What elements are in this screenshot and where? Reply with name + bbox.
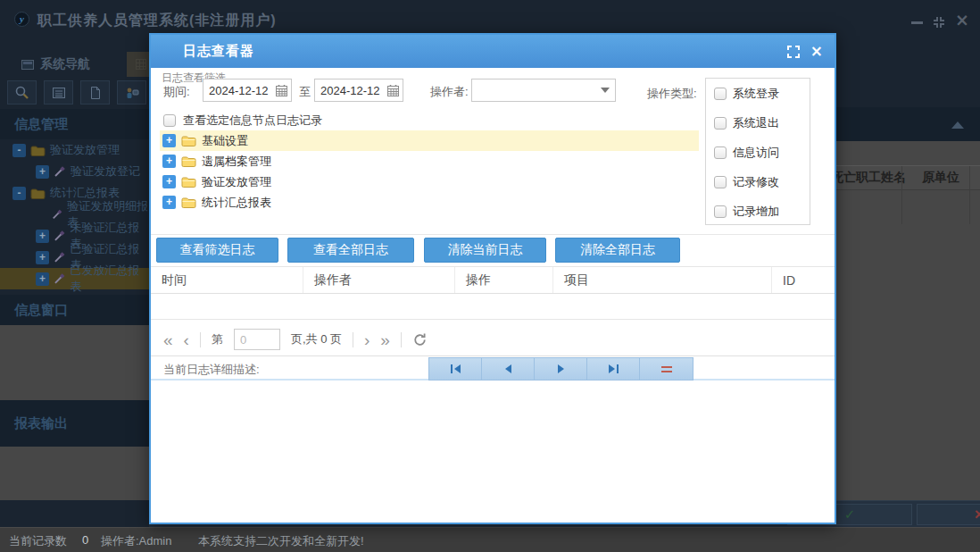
status-bar: 当前记录数 0 操作者:Admin 本系统支持二次开发和全新开发! — [0, 527, 980, 552]
expand-icon[interactable]: + — [162, 175, 176, 188]
window-icon — [21, 60, 34, 70]
collapse-icon[interactable]: - — [12, 187, 26, 200]
search-button[interactable] — [7, 80, 37, 105]
tool-icon — [54, 165, 66, 178]
tree-item[interactable]: + 验证发放管理 — [160, 171, 699, 192]
date-from-field[interactable] — [203, 79, 292, 102]
op-type-option[interactable]: 系统退出 — [706, 108, 810, 138]
operator-input[interactable] — [472, 79, 595, 101]
tree-item[interactable]: + 遗属档案管理 — [160, 151, 699, 171]
date-to-field[interactable] — [314, 79, 403, 102]
op-type-option[interactable]: 系统登录 — [706, 79, 810, 108]
record-count-value: 0 — [82, 533, 88, 547]
col-header-operator[interactable]: 操作者 — [303, 267, 455, 293]
sidebar-panel-info-management[interactable]: 信息管理 — [0, 109, 149, 139]
content-col-header: 死亡职工姓名 — [831, 170, 906, 186]
record-first-button[interactable] — [429, 358, 482, 380]
refresh-icon[interactable] — [412, 332, 428, 347]
list-button[interactable] — [44, 80, 73, 105]
clear-all-logs-button[interactable]: 清除全部日志 — [555, 238, 680, 263]
checkbox-unchecked[interactable] — [714, 117, 727, 130]
log-node-tree: + 基础设置 + 遗属档案管理 + 验证发放管理 + 统计汇总报表 — [160, 130, 699, 213]
restore-icon[interactable] — [932, 15, 946, 29]
col-header-operation[interactable]: 操作 — [455, 267, 553, 293]
record-navigator — [428, 357, 693, 381]
record-delete-button[interactable] — [640, 358, 693, 380]
checkbox-unchecked[interactable] — [714, 88, 727, 100]
date-from-input[interactable] — [203, 79, 271, 101]
magnifier-icon — [14, 85, 30, 101]
minimize-icon[interactable] — [911, 21, 923, 24]
dropdown-arrow-icon[interactable] — [595, 79, 615, 101]
page-total: 页,共 0 页 — [291, 331, 342, 347]
operator-label: 操作者: — [430, 84, 469, 100]
next-page-icon[interactable]: › — [364, 332, 370, 347]
col-header-item[interactable]: 项目 — [553, 267, 772, 293]
folder-icon — [181, 155, 196, 167]
maximize-icon[interactable] — [787, 46, 800, 58]
checkbox-unchecked[interactable] — [163, 114, 176, 127]
expand-icon[interactable]: + — [36, 251, 49, 264]
sidebar-panel-info-window[interactable]: 信息窗口 — [0, 295, 149, 325]
op-type-listbox[interactable]: 系统登录 系统退出 信息访问 记录修改 记录增加 — [705, 78, 810, 225]
tool-icon — [54, 272, 66, 285]
expand-icon[interactable]: + — [162, 155, 176, 168]
list-icon — [51, 85, 67, 101]
checkbox-unchecked[interactable] — [714, 205, 727, 218]
to-label: 至 — [299, 84, 311, 100]
cancel-button[interactable]: × — [917, 504, 980, 525]
expand-icon[interactable]: + — [36, 272, 49, 286]
document-button[interactable] — [80, 80, 110, 105]
op-type-option[interactable]: 信息访问 — [706, 138, 810, 167]
log-viewer-dialog: 日志查看器 × 日志查看筛选 期间: 至 操作者: 操作类型: — [149, 33, 836, 524]
detail-content-area — [151, 382, 835, 523]
log-table-empty-body — [151, 294, 835, 320]
expand-icon[interactable]: + — [36, 230, 49, 243]
sidebar-panel-report-output[interactable]: 报表输出 — [0, 400, 149, 447]
app-icon: y — [14, 12, 29, 27]
grid-icon — [136, 59, 146, 70]
page-number-input[interactable] — [234, 329, 280, 350]
collapse-arrow-icon[interactable] — [951, 121, 964, 129]
col-header-time[interactable]: 时间 — [151, 267, 303, 293]
clear-current-logs-button[interactable]: 清除当前日志 — [424, 238, 546, 263]
users-button[interactable] — [117, 80, 146, 105]
record-prev-button[interactable] — [482, 358, 535, 380]
period-label: 期间: — [163, 84, 190, 100]
date-to-input[interactable] — [315, 79, 383, 101]
view-filtered-logs-button[interactable]: 查看筛选日志 — [156, 238, 278, 263]
col-header-id[interactable]: ID — [772, 267, 835, 293]
sidebar-item[interactable]: + 验证发放登记 — [0, 161, 149, 182]
last-page-icon[interactable]: » — [380, 332, 390, 347]
view-all-logs-button[interactable]: 查看全部日志 — [287, 238, 414, 263]
close-icon[interactable]: × — [955, 12, 969, 29]
calendar-icon[interactable] — [271, 84, 291, 97]
checkbox-unchecked[interactable] — [714, 146, 727, 159]
record-count-label: 当前记录数 — [9, 533, 67, 549]
dialog-close-icon[interactable]: × — [810, 44, 823, 59]
expand-icon[interactable]: + — [162, 134, 176, 147]
tool-icon — [52, 208, 62, 221]
status-message: 本系统支持二次开发和全新开发! — [198, 533, 364, 549]
record-next-button[interactable] — [535, 358, 587, 380]
collapse-icon[interactable]: - — [12, 144, 26, 157]
dialog-body: 日志查看筛选 期间: 至 操作者: 操作类型: 系统登录 系统退出 信息访问 记… — [151, 68, 835, 523]
node-filter-checkbox-row[interactable]: 查看选定信息节点日志记录 — [163, 113, 322, 129]
sidebar-item[interactable]: - 验证发放管理 — [0, 139, 149, 161]
window-title: 职工供养人员管理系统(非注册用户) — [37, 12, 277, 30]
record-last-button[interactable] — [587, 358, 640, 380]
prev-page-icon[interactable]: ‹ — [184, 332, 189, 347]
tree-item[interactable]: + 统计汇总报表 — [160, 192, 699, 213]
calendar-icon[interactable] — [383, 84, 403, 97]
tree-item-selected[interactable]: + 基础设置 — [160, 130, 699, 151]
first-page-icon[interactable]: « — [163, 332, 173, 347]
checkbox-unchecked[interactable] — [714, 176, 727, 188]
op-type-option[interactable]: 记录增加 — [706, 197, 810, 225]
expand-icon[interactable]: + — [162, 196, 176, 209]
op-type-option[interactable]: 记录修改 — [706, 167, 810, 197]
expand-icon[interactable]: + — [36, 165, 49, 179]
sidebar-item-selected[interactable]: + 已发放汇总报表 — [0, 268, 149, 289]
operator-combobox[interactable] — [471, 79, 616, 102]
tab-system-nav[interactable]: 系统导航 — [12, 52, 99, 77]
content-col-header: 原单位 — [922, 170, 959, 186]
